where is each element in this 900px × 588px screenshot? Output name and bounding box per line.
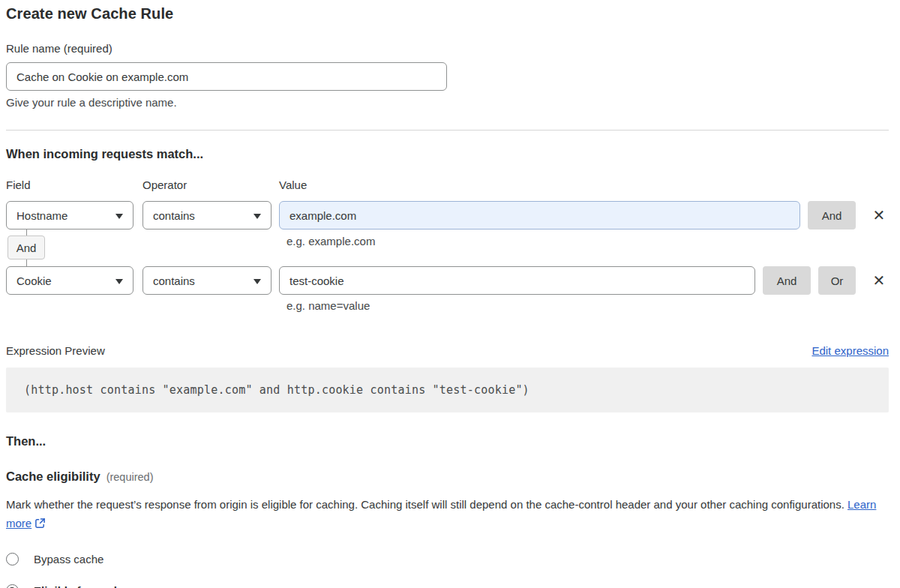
expression-header: Expression Preview Edit expression [6, 344, 889, 357]
value-column-label: Value [279, 178, 889, 192]
connector-row: And e.g. example.com [6, 230, 889, 266]
radio-option-eligible-for-cache[interactable]: Eligible for cache [6, 584, 889, 588]
rule-name-helper: Give your rule a descriptive name. [6, 96, 889, 109]
value-input-2[interactable] [279, 266, 755, 295]
connector-line-bottom [26, 260, 27, 266]
and-connector: And [8, 230, 45, 266]
cache-eligibility-heading: Cache eligibility (required) [6, 470, 889, 484]
expression-code: (http.host contains "example.com" and ht… [24, 383, 530, 397]
condition-row-2: Cookie contains And Or ✕ [6, 266, 889, 295]
radio-selected-icon[interactable] [6, 584, 19, 588]
and-connector-button[interactable]: And [8, 236, 45, 260]
bypass-cache-label: Bypass cache [34, 553, 104, 566]
operator-select-2-value: contains [153, 274, 195, 287]
external-link-icon [34, 515, 46, 534]
rule-name-input[interactable] [6, 62, 447, 91]
operator-select-1[interactable]: contains [142, 201, 272, 230]
radio-unselected-icon[interactable] [6, 553, 19, 566]
expression-preview-label: Expression Preview [6, 344, 105, 357]
and-button-row-1[interactable]: And [808, 201, 856, 230]
or-button-row-2[interactable]: Or [818, 266, 856, 295]
connector-line-top [26, 230, 27, 236]
operator-column-label: Operator [142, 178, 279, 192]
value-helper-2: e.g. name=value [286, 299, 889, 312]
condition-column-labels: Field Operator Value [6, 178, 889, 192]
field-select-2-value: Cookie [16, 274, 52, 287]
chevron-down-icon [116, 214, 123, 219]
section-divider [6, 130, 889, 130]
description-text: Mark whether the request’s response from… [6, 498, 844, 511]
value-input-1[interactable] [279, 201, 800, 230]
and-button-row-2[interactable]: And [763, 266, 811, 295]
chevron-down-icon [254, 279, 261, 284]
field-column-label: Field [6, 178, 142, 192]
chevron-down-icon [116, 279, 123, 284]
field-select-2[interactable]: Cookie [6, 266, 134, 295]
field-select-1-value: Hostname [16, 209, 68, 222]
field-select-1[interactable]: Hostname [6, 201, 134, 230]
remove-condition-2-icon[interactable]: ✕ [869, 266, 889, 295]
remove-condition-1-icon[interactable]: ✕ [869, 201, 889, 230]
expression-code-block: (http.host contains "example.com" and ht… [6, 368, 889, 412]
required-badge: (required) [106, 471, 154, 483]
edit-expression-link[interactable]: Edit expression [812, 344, 889, 357]
eligible-for-cache-label: Eligible for cache [34, 584, 127, 588]
page-title: Create new Cache Rule [6, 3, 889, 24]
connector-column: And [6, 230, 279, 266]
cache-eligibility-title: Cache eligibility [6, 470, 100, 484]
match-section-heading: When incoming requests match... [6, 146, 889, 162]
create-cache-rule-page: Create new Cache Rule Rule name (require… [0, 0, 900, 588]
operator-select-1-value: contains [153, 209, 195, 222]
chevron-down-icon [254, 214, 261, 219]
rule-name-label: Rule name (required) [6, 42, 889, 56]
then-heading: Then... [6, 433, 889, 449]
cache-eligibility-description: Mark whether the request’s response from… [6, 495, 880, 534]
condition-row-1: Hostname contains And ✕ [6, 201, 889, 230]
operator-select-2[interactable]: contains [142, 266, 272, 295]
value-helper-1: e.g. example.com [286, 235, 375, 266]
radio-option-bypass-cache[interactable]: Bypass cache [6, 553, 889, 566]
